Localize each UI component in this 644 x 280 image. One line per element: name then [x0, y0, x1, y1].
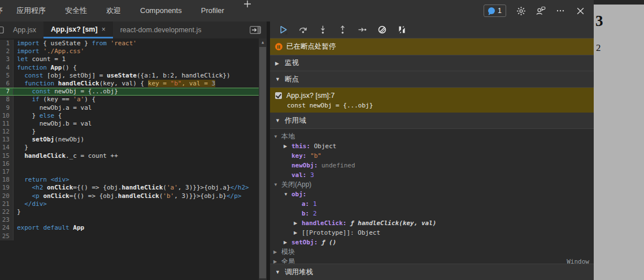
tab-close-icon[interactable]: × — [102, 25, 106, 33]
close-devtools-button[interactable] — [575, 6, 585, 16]
chevron-right-icon[interactable]: ▶ — [275, 61, 281, 66]
step-over-button[interactable] — [295, 23, 310, 37]
chevron-right-icon[interactable]: ▶ — [284, 240, 291, 245]
line-number[interactable]: 22 — [0, 208, 14, 216]
chevron-right-icon[interactable]: ▶ — [273, 249, 281, 255]
more-panels-button[interactable] — [234, 0, 253, 21]
scope-property[interactable]: ▶this: Object — [270, 141, 594, 151]
code-text: const newObj = {...obj} — [14, 88, 118, 95]
chevron-right-icon[interactable]: ▶ — [284, 144, 291, 149]
panel-tab[interactable]: Profiler — [192, 0, 234, 21]
step-into-icon — [318, 25, 328, 35]
file-tab[interactable]: App.jsx — [6, 21, 43, 38]
panel-tab[interactable]: Components — [130, 0, 192, 21]
chevron-down-icon[interactable]: ▼ — [275, 118, 281, 123]
line-number[interactable]: 23 — [0, 216, 14, 224]
line-number[interactable]: 19 — [0, 184, 14, 192]
line-number[interactable]: 24 — [0, 224, 14, 232]
scope-property[interactable]: ▼obj: — [270, 189, 594, 199]
file-tab[interactable]: App.jsx? [sm]× — [43, 21, 113, 38]
code-line: 14 } — [0, 144, 259, 152]
line-number[interactable]: 17 — [0, 168, 14, 176]
line-number[interactable]: 9 — [0, 104, 14, 112]
panel-tab[interactable]: 安全性 — [55, 0, 97, 21]
code-text: return <div> — [14, 176, 69, 184]
step-out-button[interactable] — [335, 23, 350, 37]
scope-group-global[interactable]: ▶全局Window — [270, 257, 594, 264]
property-name: [[Prototype]]: — [302, 229, 358, 236]
chevron-down-icon[interactable]: ▼ — [273, 134, 281, 139]
file-tab-bar: App.jsxApp.jsx? [sm]×react-dom.developme… — [0, 21, 267, 38]
line-number[interactable]: 8 — [0, 96, 14, 104]
settings-button[interactable] — [516, 6, 526, 16]
line-number[interactable]: 20 — [0, 192, 14, 200]
deactivate-breakpoints-button[interactable] — [375, 23, 389, 37]
chevron-right-icon[interactable]: ▶ — [273, 259, 281, 264]
panel-tab[interactable]: 应用程序 — [7, 0, 55, 21]
chevron-right-icon[interactable]: ▶ — [294, 221, 302, 226]
line-number[interactable]: 7 — [0, 88, 14, 95]
breakpoint-checkbox[interactable] — [275, 92, 282, 99]
line-number[interactable]: 2 — [0, 48, 14, 55]
scrollbar-thumb[interactable] — [259, 47, 266, 278]
feedback-button[interactable] — [536, 6, 546, 16]
callstack-section-header[interactable]: ▼ 调用堆栈 — [270, 264, 594, 280]
scope-group-closure[interactable]: ▼关闭(App) — [270, 180, 594, 189]
line-number[interactable]: 11 — [0, 120, 14, 128]
breakpoint-entry[interactable]: App.jsx? [sm]:7 const newObj = {...obj} — [270, 88, 594, 113]
panel-tabs: 应用程序安全性欢迎ComponentsProfiler — [7, 0, 234, 21]
line-number[interactable]: 13 — [0, 136, 14, 144]
property-value: 2 — [313, 210, 317, 217]
reveal-in-navigator-button[interactable] — [250, 26, 261, 34]
line-number[interactable]: 5 — [0, 72, 14, 80]
issues-counter[interactable]: 1 — [484, 5, 506, 17]
line-number[interactable]: 3 — [0, 55, 14, 63]
chevron-right-icon[interactable]: ▶ — [294, 230, 302, 235]
watch-section-header[interactable]: ▶ 监视 — [270, 55, 594, 71]
code-line: 3let count = 1 — [0, 55, 259, 63]
chevron-down-icon[interactable]: ▼ — [273, 182, 281, 187]
scope-label: 作用域 — [285, 116, 306, 126]
line-number[interactable]: 1 — [0, 40, 14, 48]
scope-property[interactable]: ▶setObj: ƒ () — [270, 238, 594, 247]
resume-button[interactable] — [276, 23, 290, 37]
code-editor[interactable]: 1import { useState } from 'react'2import… — [0, 38, 267, 280]
line-number[interactable]: 18 — [0, 176, 14, 184]
code-line: 22} — [0, 208, 259, 216]
scrollbar-up-arrow-icon[interactable]: ▲ — [259, 38, 267, 46]
line-number[interactable]: 16 — [0, 160, 14, 168]
step-into-button[interactable] — [315, 23, 330, 37]
line-number[interactable]: 12 — [0, 128, 14, 136]
step-over-icon — [298, 25, 308, 35]
page-p-value[interactable]: 2 — [594, 30, 644, 54]
scope-group-module[interactable]: ▶模块 — [270, 247, 594, 257]
chevron-down-icon[interactable]: ▼ — [275, 76, 281, 82]
open-file-arrow-icon — [250, 26, 261, 34]
more-options-button[interactable] — [555, 6, 565, 16]
line-number[interactable]: 21 — [0, 200, 14, 208]
step-button[interactable] — [355, 23, 369, 37]
line-number[interactable]: 14 — [0, 144, 14, 152]
chevron-down-icon[interactable]: ▼ — [284, 192, 291, 197]
scope-section-header[interactable]: ▼ 作用域 — [270, 113, 594, 129]
editor-scrollbar[interactable]: ▲ — [259, 38, 267, 280]
paused-icon — [275, 43, 282, 50]
file-tab[interactable]: react-dom.development.js — [113, 21, 209, 38]
navigator-toggle-button[interactable] — [0, 21, 6, 38]
line-number[interactable]: 15 — [0, 152, 14, 160]
line-number[interactable]: 6 — [0, 80, 14, 88]
breakpoints-section-header[interactable]: ▼ 断点 — [270, 71, 594, 88]
panel-tab-partial[interactable]: 序 — [0, 6, 7, 16]
scope-property[interactable]: ▶[[Prototype]]: Object — [270, 228, 594, 238]
scope-group-local[interactable]: ▼本地 — [270, 132, 594, 141]
line-number[interactable]: 4 — [0, 64, 14, 72]
property-name: val: — [291, 171, 310, 179]
code-line: 25 — [0, 232, 259, 240]
pause-on-exceptions-button[interactable] — [394, 23, 409, 37]
page-h2-value[interactable]: 3 — [594, 5, 644, 30]
panel-tab[interactable]: 欢迎 — [97, 0, 130, 21]
chevron-down-icon[interactable]: ▼ — [275, 269, 281, 275]
scope-property[interactable]: ▶handleClick: ƒ handleClick(key, val) — [270, 218, 594, 228]
line-number[interactable]: 10 — [0, 112, 14, 120]
line-number[interactable]: 25 — [0, 232, 14, 240]
